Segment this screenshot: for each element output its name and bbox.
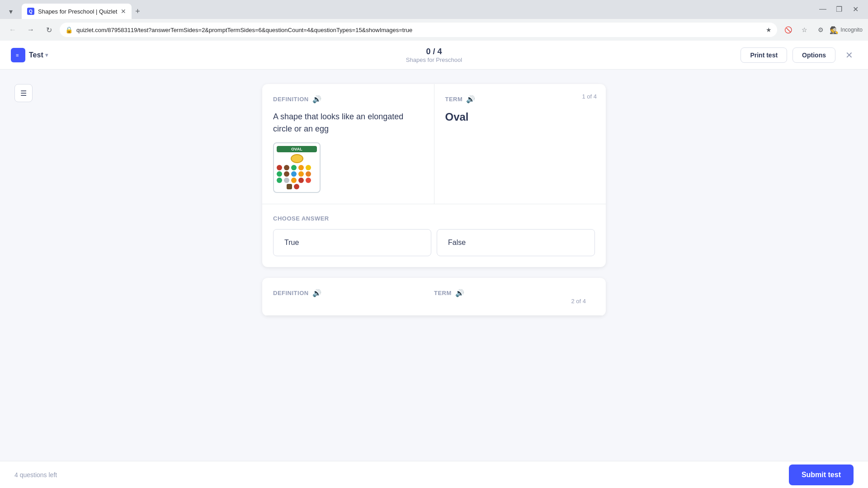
card2-definition-section: Definition 🔊 — [273, 289, 434, 305]
choose-answer-label: Choose answer — [273, 215, 595, 222]
question-card-1: Definition 🔊 A shape that looks like an … — [262, 84, 606, 267]
oval-icon — [277, 154, 317, 163]
card2-term-label: Term 🔊 — [434, 289, 595, 297]
definition-section: Definition 🔊 A shape that looks like an … — [262, 84, 434, 204]
app-logo: ≡ Test ▾ — [11, 48, 48, 62]
set-name-display: Shapes for Preschool — [406, 56, 462, 63]
bookmark-btn[interactable]: ☆ — [797, 23, 811, 37]
oval-label-badge: OVAL — [277, 146, 317, 152]
answer-options: True False — [273, 229, 595, 256]
definition-label: Definition 🔊 — [273, 95, 423, 103]
card2-counter: 2 of 4 — [571, 298, 586, 305]
browser-settings-btn[interactable]: ⚙ — [813, 23, 828, 37]
close-test-button[interactable]: ✕ — [841, 47, 857, 63]
card2-definition-label: Definition 🔊 — [273, 289, 434, 297]
answer-true-button[interactable]: True — [273, 229, 431, 256]
fruit-grid — [277, 165, 317, 183]
maximize-button[interactable]: ❐ — [834, 4, 844, 14]
main-content: ☰ Definition 🔊 A shape that looks like a… — [0, 70, 868, 488]
card2-top-section: Definition 🔊 Term 🔊 2 of 4 — [262, 278, 606, 316]
fruit-bottom-row — [277, 184, 317, 189]
forward-button[interactable]: → — [24, 23, 38, 37]
browser-action-buttons: 🚫 ☆ ⚙ 🕵 Incognito — [781, 23, 863, 37]
url-text: quizlet.com/879583119/test?answerTermSid… — [76, 27, 762, 33]
address-bar[interactable]: 🔒 quizlet.com/879583119/test?answerTermS… — [60, 23, 777, 37]
browser-controls: ← → ↻ 🔒 quizlet.com/879583119/test?answe… — [0, 19, 868, 41]
app-title-text: Test — [29, 51, 43, 59]
back-button[interactable]: ← — [5, 23, 20, 37]
card-top-section: Definition 🔊 A shape that looks like an … — [262, 84, 606, 204]
submit-test-button[interactable]: Submit test — [789, 465, 854, 485]
card2-term-sound-icon[interactable]: 🔊 — [455, 289, 465, 297]
questions-left-text: 4 questions left — [14, 471, 57, 479]
question-card-2: Definition 🔊 Term 🔊 2 of 4 — [262, 278, 606, 316]
print-test-button[interactable]: Print test — [741, 47, 787, 63]
header-score-section: 0 / 4 Shapes for Preschool — [406, 47, 462, 63]
title-chevron-icon: ▾ — [45, 52, 48, 58]
active-tab: Q Shapes for Preschool | Quizlet ✕ — [22, 4, 132, 19]
question-counter: 1 of 4 — [582, 93, 597, 100]
answer-false-button[interactable]: False — [437, 229, 595, 256]
tab-title: Shapes for Preschool | Quizlet — [38, 8, 117, 15]
refresh-button[interactable]: ↻ — [42, 23, 56, 37]
window-controls: — ❐ ✕ — [817, 4, 861, 14]
definition-image: OVAL — [273, 142, 423, 193]
term-section: Term 🔊 1 of 4 Oval — [434, 84, 606, 204]
term-text: Oval — [445, 111, 595, 123]
definition-text: A shape that looks like an elongated cir… — [273, 111, 423, 135]
term-label: Term 🔊 — [445, 95, 595, 103]
incognito-indicator: 🕵 Incognito — [830, 26, 863, 34]
header-actions: Print test Options ✕ — [741, 47, 857, 63]
app-title-dropdown[interactable]: Test ▾ — [29, 51, 48, 59]
term-sound-icon[interactable]: 🔊 — [466, 95, 476, 103]
card2-definition-sound-icon[interactable]: 🔊 — [312, 289, 322, 297]
close-tab-btn[interactable]: ✕ — [121, 8, 126, 15]
answer-section: Choose answer True False — [262, 204, 606, 267]
tracking-protection-btn[interactable]: 🚫 — [781, 23, 795, 37]
hamburger-icon: ☰ — [20, 89, 27, 98]
tab-dropdown-btn[interactable]: ▾ — [4, 4, 18, 19]
svg-text:≡: ≡ — [16, 52, 19, 58]
new-tab-button[interactable]: + — [132, 7, 144, 16]
sidebar-toggle-button[interactable]: ☰ — [14, 84, 33, 102]
app-header: ≡ Test ▾ 0 / 4 Shapes for Preschool Prin… — [0, 41, 868, 70]
close-window-button[interactable]: ✕ — [850, 4, 861, 14]
quizlet-logo-icon: ≡ — [11, 48, 25, 62]
card2-term-section: Term 🔊 2 of 4 — [434, 289, 595, 305]
bottom-bar: 4 questions left Submit test — [0, 461, 868, 488]
score-display: 0 / 4 — [406, 47, 462, 56]
options-button[interactable]: Options — [793, 47, 835, 63]
quizlet-favicon: Q — [27, 8, 34, 15]
minimize-button[interactable]: — — [817, 4, 828, 14]
definition-sound-icon[interactable]: 🔊 — [312, 95, 322, 103]
